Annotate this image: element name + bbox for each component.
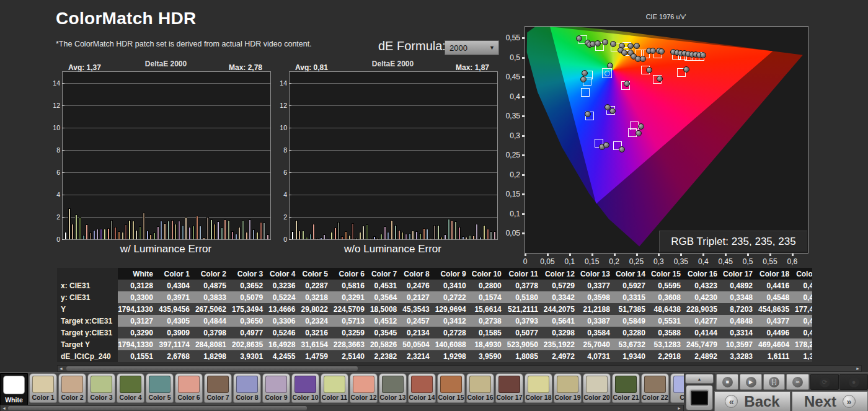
patch-tab-color-13[interactable]: Color 13 <box>379 373 407 403</box>
patch-tab-color-17[interactable]: Color 17 <box>495 373 523 403</box>
patch-tab-label: Color 2 <box>59 394 86 401</box>
deltae-bar <box>394 225 397 239</box>
y-axis-tick-label: 6 <box>50 169 60 176</box>
patch-scrollbar-thumb[interactable] <box>8 406 307 410</box>
patch-tab-color-1[interactable]: Color 1 <box>29 373 57 403</box>
patch-swatch <box>91 376 112 393</box>
deltae-bar <box>221 228 223 239</box>
patch-tab-color-19[interactable]: Color 19 <box>554 373 582 403</box>
patch-window-button[interactable] <box>686 385 713 410</box>
patch-tab-color-9[interactable]: Color 9 <box>262 373 290 403</box>
deltae-bar <box>160 221 162 239</box>
deltae-bar <box>415 231 418 239</box>
y-axis-tick-label: 4 <box>50 191 60 198</box>
patch-tab-color-14[interactable]: Color 14 <box>408 373 436 403</box>
table-cell: 15,6614 <box>472 303 507 315</box>
table-cell: 129,9694 <box>435 303 472 315</box>
table-cell: 0,3564 <box>370 291 402 303</box>
scroll-right-icon[interactable]: ► <box>676 405 683 411</box>
deltae-chart-with-luminance: Avg: 1,37 DeltaE 2000 Max: 2,78 02468101… <box>51 60 272 258</box>
patch-tab-color-8[interactable]: Color 8 <box>233 373 261 403</box>
play-button[interactable]: ▶ <box>740 374 762 390</box>
back-button[interactable]: « Back <box>714 391 790 411</box>
step-button[interactable]: [-] <box>763 374 785 390</box>
table-cell: 0,5079 <box>232 291 268 303</box>
table-cell: 1,9298 <box>435 350 472 362</box>
deltae-bar <box>128 220 131 239</box>
table-row-label: x: CIE31 <box>57 280 118 291</box>
stop-button[interactable]: ■ <box>716 374 738 390</box>
patch-tab-color-6[interactable]: Color 6 <box>175 373 203 403</box>
measured-point-marker <box>621 50 627 56</box>
x-axis-tick-label: 0,55 <box>758 257 782 266</box>
y-axis-tick-label: 0,2 <box>503 170 520 179</box>
x-axis-tick-label: 0,6 <box>780 257 805 266</box>
patch-tab-color-15[interactable]: Color 15 <box>437 373 465 403</box>
expand-panel-button[interactable]: ▲ <box>685 374 714 384</box>
next-button[interactable]: Next » <box>792 391 868 411</box>
patch-swatch <box>294 376 316 393</box>
patch-swatch <box>615 376 637 393</box>
deltae-bar <box>196 216 198 239</box>
patch-swatch <box>411 376 433 393</box>
patch-tab-color-7[interactable]: Color 7 <box>204 373 232 403</box>
patch-tab-label: Color 8 <box>234 394 260 401</box>
deltae-bar <box>149 234 152 239</box>
scroll-left-icon[interactable]: ◄ <box>58 366 64 371</box>
table-cell: 454,8635 <box>758 303 795 315</box>
deltae-bar <box>93 230 95 239</box>
y-axis-tick-label: 2 <box>50 213 60 221</box>
table-scrollbar[interactable]: ◄ ► <box>57 365 862 372</box>
patch-tab-label: Color 10 <box>292 394 319 401</box>
deltae-bar <box>490 231 492 240</box>
patch-tab-color-3[interactable]: Color 3 <box>87 373 115 403</box>
table-cell: 0,2476 <box>402 280 435 291</box>
patch-scrollbar[interactable]: ◄ ► <box>0 405 684 411</box>
y-axis-tick <box>289 195 291 195</box>
y-axis-tick <box>522 96 525 98</box>
scroll-right-icon[interactable]: ► <box>854 366 861 371</box>
patch-tab-white[interactable]: White <box>0 373 28 407</box>
deltae-bar <box>114 227 117 239</box>
scroll-left-icon[interactable]: ◄ <box>1 405 7 411</box>
loop-button[interactable]: ∞ <box>786 374 809 390</box>
deltae-bar <box>423 228 425 239</box>
patch-tab-label: Color 1 <box>30 394 56 401</box>
deltae-bar <box>327 238 329 239</box>
patch-tab-color-21[interactable]: Color 21 <box>612 373 640 403</box>
patch-tab-color-10[interactable]: Color 10 <box>291 373 319 403</box>
table-cell: 16,4928 <box>268 338 301 350</box>
table-cell: 51,7385 <box>616 303 651 315</box>
deltae-bar <box>174 224 177 239</box>
patch-tab-color-5[interactable]: Color 5 <box>146 373 174 403</box>
deltae-bar <box>306 237 308 240</box>
table-cell: 0,2134 <box>402 327 435 338</box>
table-column-header: Color 6 <box>334 268 370 280</box>
patch-tab-color-4[interactable]: Color 4 <box>117 373 144 403</box>
table-row-label: y: CIE31 <box>57 291 118 303</box>
patch-tab-color-11[interactable]: Color 11 <box>321 373 348 403</box>
measured-point-marker <box>658 48 665 55</box>
patch-tab-color-18[interactable]: Color 18 <box>525 373 552 403</box>
table-cell: 245,7479 <box>686 338 723 350</box>
table-column-header: Color 11 <box>507 268 544 280</box>
deltae-bar <box>302 231 304 239</box>
deltae-bar <box>249 219 251 239</box>
table-cell: 0,4844 <box>195 315 232 327</box>
x-axis-tick-label: 0,2 <box>602 257 627 266</box>
y-axis-tick <box>289 172 291 173</box>
patch-tab-color-22[interactable]: Color 22 <box>641 373 669 403</box>
table-scrollbar-thumb[interactable] <box>66 366 358 371</box>
deltae-bar <box>203 237 205 239</box>
page-subtitle: *The ColorMatch HDR patch set is derived… <box>56 40 312 48</box>
table-cell: 2,4972 <box>544 350 580 362</box>
patch-tab-color-20[interactable]: Color 20 <box>583 373 611 403</box>
deltae-bar <box>267 234 269 239</box>
table-cell: 0,4977 <box>232 327 268 338</box>
patch-tab-color-12[interactable]: Color 12 <box>350 373 378 403</box>
patch-tab-color-2[interactable]: Color 2 <box>58 373 86 403</box>
de-formula-dropdown[interactable]: 2000 ▼ <box>445 40 499 55</box>
patch-tab-color-16[interactable]: Color 16 <box>466 373 494 403</box>
table-column-header: Color 18 <box>758 268 795 280</box>
table-cell: 29,8022 <box>301 303 333 315</box>
